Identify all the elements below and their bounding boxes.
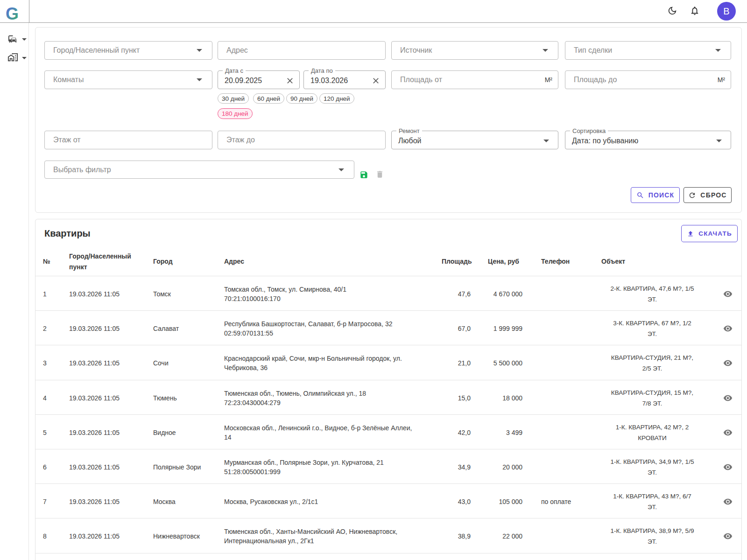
svg-text:G: G bbox=[6, 6, 19, 21]
